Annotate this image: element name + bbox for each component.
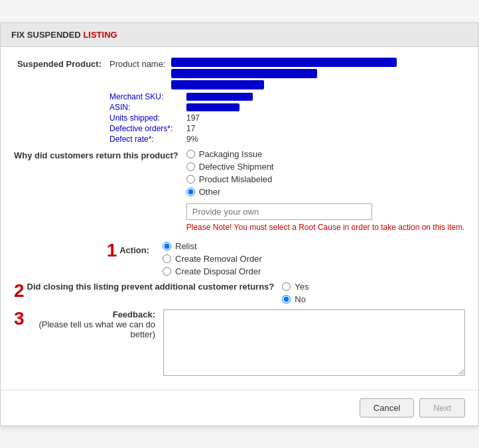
action-step-number: 1 [107,241,117,260]
cancel-button[interactable]: Cancel [360,398,414,418]
no-radio[interactable] [282,295,291,304]
relist-option[interactable]: Relist [163,241,465,251]
closing-content: Yes No [279,282,465,304]
provide-own-input[interactable] [186,203,372,220]
other-option[interactable]: Other [186,187,465,197]
note-text: Please Note! You must select a Root Caus… [186,223,465,232]
product-content: Product name: Merchant SKU: ASIN: [107,58,465,144]
note-bold: Please Note! [186,223,232,232]
closing-options: Yes No [282,282,465,304]
yes-label[interactable]: Yes [295,282,308,292]
disposal-radio[interactable] [163,267,171,276]
note-detail: You must select a Root Cause in order to… [234,223,465,232]
removal-radio[interactable] [163,254,171,263]
dialog-footer: Cancel Next [1,390,478,425]
product-name-bars [171,58,397,89]
units-shipped-value: 197 [186,113,200,123]
units-shipped-label: Units shipped: [109,113,182,123]
action-label-wrap: 1 Action: [14,241,160,260]
relist-radio[interactable] [163,242,171,251]
closing-row: 2 Did closing this listing prevent addit… [14,282,465,304]
product-meta: Merchant SKU: ASIN: Units shipped: 197 D… [109,92,465,144]
product-bar-3 [171,80,264,89]
feedback-textarea[interactable] [163,309,465,376]
asin-row: ASIN: [109,103,465,112]
defective-label[interactable]: Defective Shipment [199,162,274,172]
no-label[interactable]: No [295,294,306,304]
header-prefix: FIX SUSPENDED [11,30,81,40]
return-reason-content: Packaging Issue Defective Shipment Produ… [184,149,465,236]
defect-rate-label: Defect rate*: [109,135,182,144]
units-shipped-row: Units shipped: 197 [109,113,465,123]
dialog-header: FIX SUSPENDED LISTING [1,23,478,47]
removal-option[interactable]: Create Removal Order [163,254,465,264]
removal-label[interactable]: Create Removal Order [175,254,262,264]
header-suffix: LISTING [83,30,117,40]
product-bar-1 [171,58,397,67]
suspended-product-label: Suspended Product: [14,58,107,69]
defective-option[interactable]: Defective Shipment [186,162,465,172]
closing-step-number: 2 [14,282,25,300]
return-reason-row: Why did customers return this product? P… [14,149,465,236]
next-button[interactable]: Next [419,398,465,418]
suspended-product-row: Suspended Product: Product name: Merchan… [14,58,465,144]
defective-orders-label: Defective orders*: [109,124,182,133]
asin-bar [186,103,240,111]
other-label[interactable]: Other [199,187,221,197]
yes-option[interactable]: Yes [282,282,465,292]
feedback-step-number: 3 [14,309,25,328]
mislabeled-option[interactable]: Product Mislabeled [186,174,465,184]
action-row: 1 Action: Relist Create Removal Order C [14,241,465,276]
merchant-sku-label: Merchant SKU: [109,92,182,101]
yes-radio[interactable] [282,282,291,291]
feedback-content [161,309,465,378]
return-reason-label: Why did customers return this product? [14,149,184,160]
feedback-text-block: Feedback: (Please tell us what we can do… [27,309,155,339]
provide-own-wrap [186,201,465,223]
closing-label-wrap: 2 Did closing this listing prevent addit… [14,282,279,300]
dialog-body: Suspended Product: Product name: Merchan… [1,47,478,390]
mislabeled-label[interactable]: Product Mislabeled [199,174,273,184]
asin-label: ASIN: [109,103,182,112]
packaging-radio[interactable] [186,150,195,158]
fix-suspended-listing-dialog: FIX SUSPENDED LISTING Suspended Product:… [0,23,479,426]
packaging-label[interactable]: Packaging Issue [199,149,262,159]
action-label: Action: [119,245,155,255]
feedback-sublabel: (Please tell us what we can do better) [27,319,155,339]
feedback-label-wrap: 3 Feedback: (Please tell us what we can … [14,309,161,339]
disposal-option[interactable]: Create Disposal Order [163,266,465,276]
feedback-label: Feedback: [27,309,155,319]
defect-rate-row: Defect rate*: 9% [109,135,465,144]
action-options: Relist Create Removal Order Create Dispo… [163,241,465,276]
return-reason-options: Packaging Issue Defective Shipment Produ… [186,149,465,197]
defect-rate-value: 9% [186,135,198,144]
other-radio[interactable] [186,188,195,196]
feedback-row: 3 Feedback: (Please tell us what we can … [14,309,465,378]
merchant-sku-bar [186,93,253,101]
closing-label: Did closing this listing prevent additio… [27,282,275,292]
product-name-label: Product name: [109,58,166,69]
relist-label[interactable]: Relist [175,241,197,251]
defective-radio[interactable] [186,162,195,171]
action-content: Relist Create Removal Order Create Dispo… [160,241,465,276]
mislabeled-radio[interactable] [186,175,195,184]
defective-orders-value: 17 [186,124,195,133]
disposal-label[interactable]: Create Disposal Order [175,266,261,276]
no-option[interactable]: No [282,294,465,304]
product-bar-2 [171,69,317,78]
defective-orders-row: Defective orders*: 17 [109,124,465,133]
merchant-sku-row: Merchant SKU: [109,92,465,101]
packaging-option[interactable]: Packaging Issue [186,149,465,159]
